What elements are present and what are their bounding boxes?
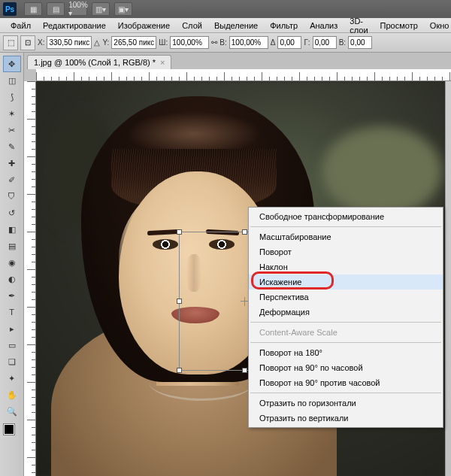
quick-select-tool[interactable]: ✶ <box>3 105 21 122</box>
menu-layer[interactable]: Слой <box>176 19 208 32</box>
stamp-tool[interactable]: ⛉ <box>3 188 21 205</box>
handle-bl[interactable] <box>177 368 182 373</box>
context-menu-item[interactable]: Наклон <box>249 259 443 274</box>
angle-icon: Δ <box>271 38 276 47</box>
fg-color[interactable] <box>4 424 14 435</box>
arrange-docs-icon[interactable]: ▥▾ <box>92 2 110 16</box>
menu-3d[interactable]: 3D-слои <box>344 14 374 37</box>
hand-tool[interactable]: ✋ <box>3 387 21 403</box>
marquee-tool[interactable]: ◫ <box>3 72 21 89</box>
panels-collapsed[interactable] <box>445 81 451 476</box>
delta-icon: △ <box>94 38 100 47</box>
menu-filter[interactable]: Фильтр <box>264 19 304 32</box>
handle-tm[interactable] <box>242 229 247 235</box>
eyedropper-tool[interactable]: ✎ <box>3 138 21 155</box>
brush-tool[interactable]: ✐ <box>3 171 21 188</box>
link-icon[interactable]: ⚯ <box>211 38 217 47</box>
lasso-tool[interactable]: ⟆ <box>3 89 21 105</box>
view-extras-icon[interactable]: ▤ <box>47 2 65 16</box>
dodge-tool[interactable]: ◐ <box>3 271 21 287</box>
menu-image[interactable]: Изображение <box>112 19 176 32</box>
x-label: X: <box>38 38 44 47</box>
eraser-tool[interactable]: ◧ <box>3 221 21 238</box>
angle-input[interactable] <box>277 36 301 49</box>
3d-camera-tool[interactable]: ✦ <box>3 370 21 387</box>
context-menu-item: Content-Aware Scale <box>249 325 443 340</box>
blur-tool[interactable]: ◉ <box>3 254 21 271</box>
menu-edit[interactable]: Редактирование <box>37 19 112 32</box>
handle-bm[interactable] <box>242 368 247 373</box>
context-menu-item[interactable]: Масштабирование <box>249 229 443 244</box>
pen-tool[interactable]: ✒ <box>3 287 21 304</box>
crop-tool[interactable]: ✂ <box>3 122 21 138</box>
shape-tool[interactable]: ▭ <box>3 337 21 353</box>
menu-file[interactable]: Файл <box>5 19 37 32</box>
context-menu-item[interactable]: Деформация <box>249 305 443 320</box>
healing-tool[interactable]: ✚ <box>3 155 21 171</box>
x-input[interactable] <box>47 36 92 49</box>
h-input[interactable] <box>229 36 268 49</box>
hskew-input[interactable] <box>313 36 337 49</box>
document-tabs: 1.jpg @ 100% (Слой 1, RGB/8) * × <box>24 53 451 69</box>
w-label: Ш: <box>159 38 168 47</box>
context-menu-item[interactable]: Поворот на 90° против часовой <box>249 375 443 390</box>
ruler-horizontal[interactable] <box>36 69 451 81</box>
screen-mode-icon[interactable]: ▣▾ <box>114 2 132 16</box>
context-menu-item[interactable]: Отразить по горизонтали <box>249 396 443 411</box>
y-input[interactable] <box>111 36 156 49</box>
menu-window[interactable]: Окно <box>424 19 451 32</box>
menu-view[interactable]: Просмотр <box>374 19 424 32</box>
zoom-level[interactable]: 100% ▾ <box>69 2 87 16</box>
options-bar: ⬚ ⊡ X: △ Y: Ш: ⚯ В: Δ Г: В: <box>0 33 451 53</box>
history-brush-tool[interactable]: ↺ <box>3 205 21 221</box>
move-tool[interactable]: ✥ <box>3 56 21 72</box>
vskew-label: В: <box>339 38 346 47</box>
transform-center[interactable] <box>242 299 248 305</box>
y-label: Y: <box>102 38 109 47</box>
menu-select[interactable]: Выделение <box>208 19 264 32</box>
w-input[interactable] <box>170 36 209 49</box>
path-select-tool[interactable]: ▸ <box>3 320 21 337</box>
type-tool[interactable]: T <box>3 304 21 320</box>
title-bar: Ps ▦ ▤ 100% ▾ ▥▾ ▣▾ <box>0 0 451 18</box>
transform-tool-icon[interactable]: ⬚ <box>3 35 18 50</box>
vskew-input[interactable] <box>348 36 372 49</box>
hskew-label: Г: <box>304 38 310 47</box>
reference-point-icon[interactable]: ⊡ <box>20 35 35 50</box>
handle-tl[interactable] <box>177 229 182 235</box>
document-tab[interactable]: 1.jpg @ 100% (Слой 1, RGB/8) * × <box>27 55 171 69</box>
context-menu-item[interactable]: Поворот на 180° <box>249 345 443 360</box>
document-tab-title: 1.jpg @ 100% (Слой 1, RGB/8) * <box>34 58 156 67</box>
handle-ml[interactable] <box>177 299 182 304</box>
close-tab-icon[interactable]: × <box>160 58 165 67</box>
context-menu-item[interactable]: Поворот на 90° по часовой <box>249 360 443 375</box>
context-menu-item[interactable]: Поворот <box>249 244 443 259</box>
launch-bridge-icon[interactable]: ▦ <box>24 2 42 16</box>
3d-tool[interactable]: ❏ <box>3 353 21 370</box>
context-menu-item[interactable]: Перспектива <box>249 290 443 305</box>
context-menu-item[interactable]: Отразить по вертикали <box>249 411 443 426</box>
zoom-tool[interactable]: 🔍 <box>3 403 21 420</box>
ruler-vertical[interactable] <box>24 81 36 476</box>
context-menu-item[interactable]: Искажение <box>249 274 443 290</box>
menu-analysis[interactable]: Анализ <box>304 19 344 32</box>
app-logo: Ps <box>3 2 17 16</box>
h-label: В: <box>219 38 226 47</box>
transform-context-menu: Свободное трансформированиеМасштабирован… <box>248 207 443 428</box>
gradient-tool[interactable]: ▤ <box>3 238 21 254</box>
color-swatch[interactable] <box>4 424 20 441</box>
tools-panel: ✥ ◫ ⟆ ✶ ✂ ✎ ✚ ✐ ⛉ ↺ ◧ ▤ ◉ ◐ ✒ T ▸ ▭ ❏ ✦ … <box>0 53 24 476</box>
menu-bar: Файл Редактирование Изображение Слой Выд… <box>0 18 451 33</box>
context-menu-item[interactable]: Свободное трансформирование <box>249 209 443 224</box>
